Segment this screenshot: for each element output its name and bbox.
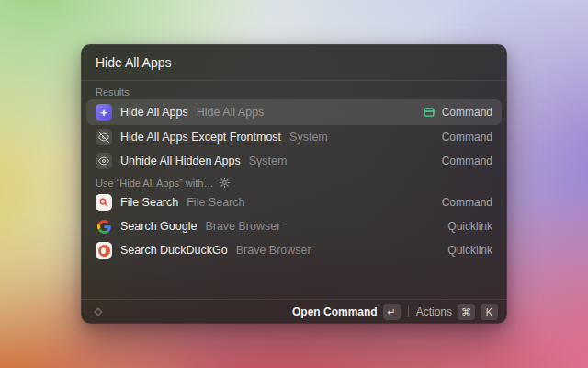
row-subtitle: Hide All Apps	[197, 106, 265, 119]
row-type-label: Quicklink	[447, 220, 492, 233]
row-title: Hide All Apps Except Frontmost	[120, 131, 281, 144]
row-accessory: Quicklink	[447, 244, 492, 257]
row-title: Search Google	[120, 220, 197, 233]
results-section-label: Results	[96, 86, 130, 98]
result-row-file-search[interactable]: File Search File Search Command	[86, 190, 502, 214]
row-accessory: Command	[442, 196, 492, 209]
search-input[interactable]	[96, 55, 492, 70]
command-window-icon	[423, 106, 435, 119]
gear-icon[interactable]	[219, 177, 231, 189]
result-row-hide-except-frontmost[interactable]: Hide All Apps Except Frontmost System Co…	[86, 125, 502, 149]
row-type-label: Command	[442, 131, 492, 144]
action-bar: Open Command ↵ Actions ⌘ K	[81, 299, 507, 324]
row-subtitle: Brave Browser	[236, 244, 311, 257]
row-type-label: Command	[442, 155, 492, 167]
row-subtitle: System	[249, 155, 288, 167]
duckduckgo-icon	[96, 242, 112, 259]
results-list: Results + Hide All Apps Hide All Apps Co…	[81, 81, 507, 299]
hide-all-apps-icon: +	[96, 104, 112, 121]
result-row-search-google[interactable]: Search Google Brave Browser Quicklink	[86, 214, 502, 238]
results-section-header: Results	[86, 83, 502, 99]
row-title: Unhide All Hidden Apps	[120, 155, 241, 167]
use-with-section-label: Use “Hide All Apps” with…	[96, 178, 213, 189]
result-row-hide-all-apps[interactable]: + Hide All Apps Hide All Apps Command	[86, 99, 502, 125]
row-type-label: Command	[442, 196, 492, 209]
use-with-section-header: Use “Hide All Apps” with…	[86, 173, 502, 190]
row-title: File Search	[120, 196, 178, 209]
actions-label: Actions	[416, 305, 452, 318]
row-title: Search DuckDuckGo	[120, 244, 228, 257]
open-command-label: Open Command	[292, 305, 378, 318]
row-subtitle: System	[289, 131, 328, 144]
google-icon	[96, 218, 112, 235]
raycast-launcher-window: Results + Hide All Apps Hide All Apps Co…	[81, 44, 507, 324]
return-key-icon: ↵	[383, 304, 401, 320]
search-bar[interactable]	[81, 44, 507, 81]
row-type-label: Command	[442, 106, 492, 119]
eye-icon	[96, 153, 112, 169]
row-accessory: Command	[423, 106, 492, 119]
file-search-icon	[96, 194, 112, 211]
row-subtitle: Brave Browser	[205, 220, 280, 233]
result-row-search-duckduckgo[interactable]: Search DuckDuckGo Brave Browser Quicklin…	[86, 238, 502, 262]
row-accessory: Command	[442, 131, 492, 144]
k-key-icon: K	[481, 304, 498, 320]
result-row-unhide-all[interactable]: Unhide All Hidden Apps System Command	[86, 149, 502, 173]
cmd-key-icon: ⌘	[458, 304, 475, 320]
footer-divider	[408, 306, 409, 317]
row-accessory: Command	[442, 155, 492, 167]
row-type-label: Quicklink	[447, 244, 492, 257]
actions-menu-button[interactable]: Actions ⌘ K	[416, 304, 498, 320]
row-title: Hide All Apps	[120, 106, 188, 119]
row-accessory: Quicklink	[447, 220, 492, 233]
open-command-action[interactable]: Open Command ↵	[292, 304, 401, 320]
row-subtitle: File Search	[187, 196, 244, 209]
eye-off-icon	[96, 129, 112, 145]
raycast-logo-icon	[90, 304, 107, 320]
